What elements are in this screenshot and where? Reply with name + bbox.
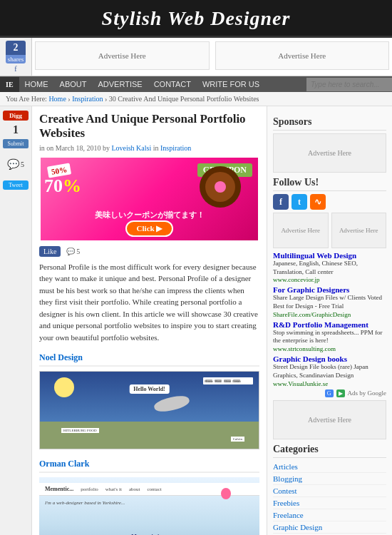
- category-freebies[interactable]: Freebies: [273, 499, 299, 507]
- category-freelance[interactable]: Freelance: [273, 511, 304, 519]
- sponsors-ad[interactable]: Advertise Here: [273, 133, 386, 173]
- nav-about[interactable]: ABOUT: [54, 76, 93, 92]
- google-ads: Multilingual Web Design Japanese, Englis…: [273, 251, 386, 397]
- bottom-sidebar-ad[interactable]: Advertise Here: [273, 400, 386, 439]
- nav-write[interactable]: WRITE FOR US: [197, 76, 265, 92]
- category-contest[interactable]: Contest: [273, 486, 297, 495]
- article-body: Personal Profile is the most difficult w…: [39, 261, 259, 344]
- category-articles[interactable]: Articles: [273, 462, 298, 471]
- categories-list: Articles Blogging Contest Freebies Freel…: [273, 461, 386, 536]
- comment-count: 💬 5: [7, 158, 24, 170]
- banner-ad[interactable]: GROUPON 50% 70% 美味しいクーポンが揃てます！ Click ▶: [39, 156, 259, 242]
- japanese-text: 美味しいクーポンが揃てます！: [41, 210, 258, 220]
- google-ad-3-title[interactable]: R&D Portfolio Management: [273, 320, 368, 329]
- share-count: 2: [6, 41, 26, 55]
- ad-slot-1[interactable]: Advertise Here: [35, 41, 210, 70]
- noel-ground: [40, 422, 259, 449]
- breadcrumb-home[interactable]: Home: [48, 95, 66, 103]
- main-content: Creative And Unique Personal Portfolio W…: [32, 106, 267, 535]
- nav-dot-3: About: [224, 379, 231, 382]
- search-input[interactable]: [306, 78, 392, 91]
- sidebar: Sponsors Advertise Here Follow Us! f t ∿…: [267, 106, 392, 535]
- categories-title: Categories: [273, 444, 386, 458]
- nav-bar: IE HOME ABOUT ADVERTISE CONTACT WRITE FO…: [0, 76, 392, 92]
- tweet-button[interactable]: Tweet: [3, 180, 29, 190]
- main-layout: Digg 1 Submit 💬 5 Tweet Creative And Uni…: [0, 106, 392, 535]
- orman-clark-image: Mementic... portfolio what's it about co…: [39, 477, 259, 535]
- section-heading-1: Noel Design: [39, 350, 259, 367]
- section-link-1[interactable]: Noel Design: [39, 352, 83, 362]
- discount-number: 70: [44, 175, 63, 196]
- like-button[interactable]: Like: [39, 246, 61, 257]
- facebook-icon[interactable]: f: [273, 194, 289, 210]
- ad-slots: Advertise Here Advertise Here: [32, 38, 392, 76]
- google-ad-3: R&D Portfolio Management Stop swimming i…: [273, 320, 386, 352]
- ad-slot-2[interactable]: Advertise Here: [215, 41, 390, 70]
- donut-hole: [215, 181, 226, 193]
- rss-icon[interactable]: ∿: [310, 194, 326, 210]
- click-label: Click: [137, 224, 155, 233]
- social-row: Like 💬 5: [39, 246, 259, 257]
- google-ad-4-url: www.VisualJunkie.se: [273, 380, 386, 387]
- breadcrumb-page: 30 Creative And Unique Personal Portfoli…: [109, 95, 259, 103]
- orman-nav-about: about: [129, 486, 140, 492]
- list-item: Freelance: [273, 509, 386, 521]
- site-title: Stylish Web Designer: [0, 7, 392, 30]
- section-link-2[interactable]: Orman Clark: [39, 459, 89, 469]
- google-ad-3-desc: Stop swimming in spreadsheets... PPM for…: [273, 329, 386, 345]
- google-ad-4-title[interactable]: Graphic Design books: [273, 355, 347, 363]
- google-ad-1-desc: Japanese, English, Chinese SEO, Translat…: [273, 260, 386, 276]
- nav-dot-4: Contact: [233, 379, 240, 382]
- follow-icons: f t ∿: [273, 194, 386, 210]
- share-label: shares: [6, 55, 26, 63]
- noel-navbar: Home Work About Contact: [203, 377, 253, 384]
- google-ad-3-url: www.strtconsulting.com: [273, 345, 386, 352]
- breadcrumb-prefix: You Are Here:: [6, 95, 47, 103]
- sidebar-ad-left[interactable]: Advertise Here: [273, 213, 329, 248]
- list-item: Freebies: [273, 497, 386, 509]
- nav-dot-2: Work: [215, 379, 222, 382]
- hello-world-banner: Hello World!: [129, 384, 170, 394]
- nav-home[interactable]: IE: [0, 77, 19, 92]
- category-link[interactable]: Inspiration: [160, 144, 191, 152]
- orman-nav-contact: contact: [148, 486, 162, 492]
- ad-bar: 2 shares f Advertise Here Advertise Here: [0, 38, 392, 76]
- hitlerburg-label: HITLERBURG FOOD: [61, 428, 99, 433]
- sponsors-title: Sponsors: [273, 116, 386, 131]
- author-link[interactable]: Loveish Kalsi: [111, 144, 151, 152]
- nav-advertise[interactable]: ADVERTISE: [92, 76, 148, 92]
- comment-number-2: 5: [76, 248, 80, 255]
- noel-design-image: Home Work About Contact Hello World! HIT…: [39, 371, 259, 449]
- comments-count: 💬 5: [66, 248, 80, 255]
- donut-outer: [200, 166, 241, 208]
- google-ad-2-title[interactable]: For Graphic Designers: [273, 285, 349, 294]
- google-ad-2-desc: Share Large Design Files w/ Clients Vote…: [273, 294, 386, 310]
- list-item: Contest: [273, 485, 386, 497]
- sidebar-ad-row: Advertise Here Advertise Here: [273, 213, 386, 248]
- like-label: Like: [43, 248, 56, 255]
- meta-prefix: in on March 18, 2010 by: [39, 144, 110, 152]
- social-sidebar: Digg 1 Submit 💬 5 Tweet: [0, 106, 32, 535]
- calvin-label: Calvin: [231, 437, 244, 442]
- list-item: Articles: [273, 461, 386, 473]
- percent-sign: %: [63, 175, 81, 196]
- category-graphic-design[interactable]: Graphic Design: [273, 523, 322, 531]
- nav-home-link[interactable]: HOME: [19, 76, 54, 92]
- facebook-share[interactable]: f: [14, 65, 16, 73]
- digg-label: Digg: [3, 111, 29, 121]
- site-header: Stylish Web Designer: [0, 0, 392, 38]
- breadcrumb-inspiration[interactable]: Inspiration: [72, 95, 103, 103]
- comment-speech-icon: 💬: [66, 248, 75, 255]
- nav-contact[interactable]: CONTACT: [148, 76, 197, 92]
- google-ad-1: Multilingual Web Design Japanese, Englis…: [273, 251, 386, 283]
- sidebar-ad-right[interactable]: Advertise Here: [331, 213, 387, 248]
- category-blogging[interactable]: Blogging: [273, 474, 302, 483]
- orman-nav-portfolio: portfolio: [81, 486, 98, 492]
- google-ad-1-title[interactable]: Multilingual Web Design: [273, 251, 356, 260]
- digg-submit[interactable]: Submit: [3, 139, 29, 148]
- click-button[interactable]: Click ▶: [125, 220, 174, 237]
- list-item: Blogging: [273, 473, 386, 485]
- arrow-right-icon: ▶: [156, 224, 162, 233]
- share-box: 2 shares f: [0, 38, 32, 76]
- twitter-icon[interactable]: t: [292, 194, 307, 210]
